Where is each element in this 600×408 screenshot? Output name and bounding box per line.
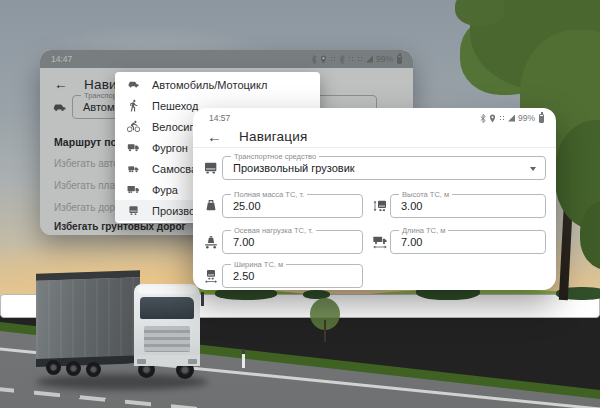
vehicle-type-select[interactable]: Транспортное средство Произвольный грузо… (222, 156, 546, 180)
field-label: Транспортное средство (231, 152, 319, 161)
status-bar: 14:47 99% (40, 50, 413, 68)
truck-trailer (36, 270, 140, 362)
menu-item-car[interactable]: Автомобиль/Мотоцикл (115, 74, 320, 95)
menu-item-label: Пешеход (152, 100, 198, 112)
field-label: Ширина ТС, м (231, 260, 286, 269)
truck-cab (134, 284, 200, 366)
field-label: Длина ТС, м (399, 226, 448, 235)
axle-load-field[interactable]: Осевая нагрузка ТС, т. 7.00 (222, 230, 363, 254)
menu-item-label: Автомобиль/Мотоцикл (152, 79, 267, 91)
dump-truck-icon (127, 162, 140, 175)
truck-length-icon (372, 234, 388, 250)
truck-weight-icon (203, 198, 219, 214)
status-icons: 99% (480, 113, 544, 123)
small-tree (310, 298, 340, 340)
notification-icon (348, 56, 354, 62)
axle-load-icon (203, 234, 219, 250)
gross-weight-field[interactable]: Полная масса ТС, т. 25.00 (222, 194, 363, 218)
bluetooth-icon (339, 55, 345, 64)
semi-truck-icon (127, 183, 140, 196)
truck-width-icon (203, 268, 219, 284)
back-arrow-icon[interactable]: ← (207, 128, 222, 145)
signal-icon (366, 56, 373, 63)
menu-item-label: Фургон (152, 142, 188, 154)
custom-truck-icon (127, 204, 140, 217)
vehicle-height-field[interactable]: Высота ТС, м 3.00 (390, 194, 546, 218)
status-icons: 99% (311, 54, 402, 64)
page-title: Навигация (239, 129, 308, 144)
location-icon (489, 114, 496, 123)
bicycle-icon (127, 120, 140, 133)
chevron-down-icon[interactable] (530, 167, 536, 171)
bluetooth-icon (480, 114, 486, 123)
truck-wheel (46, 360, 61, 375)
clock: 14:57 (209, 113, 230, 123)
divider (193, 147, 556, 148)
location-icon (320, 55, 327, 64)
bluetooth-icon (311, 55, 317, 64)
clock: 14:47 (51, 54, 72, 64)
battery-percent: 99% (376, 54, 393, 64)
battery-icon (397, 55, 402, 64)
vehicle-length-field[interactable]: Длина ТС, м 7.00 (390, 230, 546, 254)
truck-wheel (66, 361, 81, 376)
screen-header: ← Навигация (207, 128, 308, 145)
menu-item-label: Фура (152, 184, 178, 196)
truck-height-icon (372, 198, 388, 214)
notification-icon (357, 56, 363, 62)
signal-icon (508, 115, 515, 122)
roadside-post (242, 349, 245, 368)
field-label: Высота ТС, м (399, 190, 452, 199)
truck-icon (203, 160, 219, 176)
car-icon (52, 100, 67, 115)
vehicle-width-field[interactable]: Ширина ТС, м 2.50 (222, 264, 363, 288)
pedestrian-icon (127, 99, 140, 112)
notification-icon (330, 56, 336, 62)
navigation-settings-screen: 14:57 99% ← Навигация Транспортное средс… (193, 108, 556, 290)
truck-wheel (86, 362, 101, 377)
notification-icon (499, 115, 505, 121)
car-icon (127, 78, 140, 91)
battery-icon (539, 114, 544, 123)
van-icon (127, 141, 140, 154)
screenshot-root: 14:47 99% ← Навигация Транспортное средс… (0, 0, 600, 408)
truck-photo (34, 258, 210, 392)
status-bar: 14:57 99% (209, 112, 544, 124)
back-arrow-icon[interactable]: ← (54, 76, 68, 92)
field-label: Осевая нагрузка ТС, т. (231, 226, 316, 235)
field-label: Полная масса ТС, т. (231, 190, 307, 199)
battery-percent: 99% (518, 113, 535, 123)
